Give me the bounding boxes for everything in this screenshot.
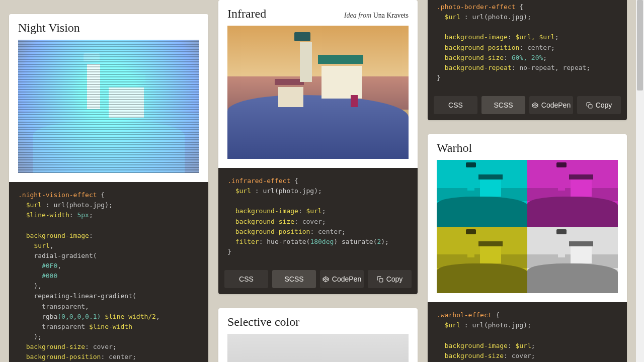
codepen-icon [532,102,538,109]
scss-button[interactable]: SCSS [272,270,316,288]
card-selective-color: Selective color [218,308,418,362]
card-photo-border: .photo-border-effect { $url : url(photo.… [428,0,627,120]
demo-warhol [437,160,618,293]
idea-credit: Idea from Una Kravets [344,12,409,20]
copy-button[interactable]: Copy [577,96,621,114]
code-photo-border: .photo-border-effect { $url : url(photo.… [428,0,627,91]
svg-rect-3 [379,279,383,282]
card-title: Night Vision [18,21,80,35]
copy-icon [586,102,593,109]
demo-night-vision [18,40,199,173]
codepen-button[interactable]: CodePen [529,96,573,114]
copy-icon [377,276,383,283]
codepen-label: CodePen [541,101,571,109]
card-night-vision: Night Vision .night-vision-effect { $url… [9,14,208,362]
scrollbar-thumb[interactable] [637,0,643,90]
codepen-icon [323,276,329,283]
actions-infrared: CSS SCSS CodePen Copy [218,265,418,294]
code-infrared: .infrared-effect { $url : url(photo.jpg)… [218,168,418,265]
card-infrared: Infrared Idea from Una Kravets .infrared… [218,0,418,294]
demo-infrared [227,26,409,159]
card-warhol: Warhol .warhol-effect { $url : url(photo… [428,134,627,362]
svg-rect-7 [589,105,592,108]
card-title: Infrared [227,7,266,21]
copy-button[interactable]: Copy [368,270,412,288]
codepen-label: CodePen [332,275,361,283]
code-night-vision: .night-vision-effect { $url : url(photo.… [9,182,208,362]
css-button[interactable]: CSS [434,96,477,114]
card-title: Selective color [227,315,299,329]
code-warhol: .warhol-effect { $url : url(photo.jpg); … [428,302,627,362]
demo-selective-color [227,334,409,362]
copy-label: Copy [386,275,403,283]
codepen-button[interactable]: CodePen [320,270,364,288]
scrollbar[interactable] [636,0,644,362]
css-button[interactable]: CSS [224,270,268,288]
actions-photo-border: CSS SCSS CodePen Copy [428,91,627,120]
copy-label: Copy [596,101,612,109]
card-title: Warhol [437,141,472,155]
scss-button[interactable]: SCSS [481,96,525,114]
